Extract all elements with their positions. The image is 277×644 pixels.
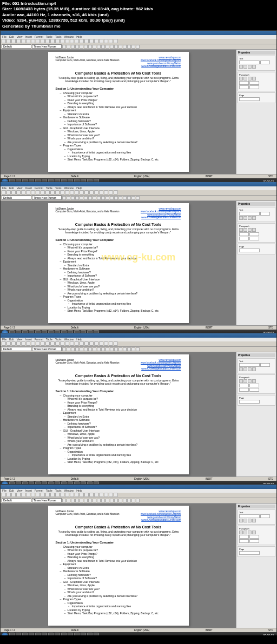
font-combo[interactable] xyxy=(239,363,260,367)
format-button[interactable] xyxy=(97,45,101,49)
toolbar-button[interactable] xyxy=(41,493,45,497)
toolbar-button[interactable] xyxy=(65,190,69,194)
size-combo[interactable] xyxy=(260,363,270,367)
spacing-ctrl[interactable] xyxy=(249,388,259,392)
indent-ctrl[interactable] xyxy=(239,384,249,387)
toolbar-button[interactable] xyxy=(6,190,11,194)
toolbar-button[interactable] xyxy=(50,341,55,346)
menu-view[interactable]: View xyxy=(16,35,23,38)
menu-help[interactable]: Help xyxy=(76,489,82,492)
style-combo[interactable]: Default xyxy=(2,44,31,49)
justify-icon[interactable] xyxy=(252,531,256,534)
toolbar-button[interactable] xyxy=(31,493,35,497)
underline-icon[interactable] xyxy=(248,519,252,522)
format-button[interactable] xyxy=(114,499,118,502)
toolbar-button[interactable] xyxy=(26,493,30,497)
toolbar-button[interactable] xyxy=(89,493,94,497)
spacing-ctrl[interactable] xyxy=(249,81,259,85)
format-button[interactable] xyxy=(62,45,66,49)
toolbar-button[interactable] xyxy=(84,341,89,346)
menu-edit[interactable]: Edit xyxy=(9,35,15,38)
menu-tools[interactable]: Tools xyxy=(55,489,62,492)
format-button[interactable] xyxy=(114,196,118,200)
toolbar-button[interactable] xyxy=(75,341,79,346)
format-button[interactable] xyxy=(105,45,109,49)
toolbar-button[interactable] xyxy=(80,39,84,43)
toolbar-button[interactable] xyxy=(45,190,50,194)
format-button[interactable] xyxy=(80,45,83,49)
menu-file[interactable]: File xyxy=(2,489,7,492)
format-button[interactable] xyxy=(118,196,122,200)
toolbar-button[interactable] xyxy=(45,493,50,497)
menu-table[interactable]: Table xyxy=(45,338,53,341)
document-area[interactable]: NaShawn Jordan Computer Guru, Multi-Arti… xyxy=(1,504,236,628)
format-button[interactable] xyxy=(67,196,70,200)
toolbar-button[interactable] xyxy=(104,493,108,497)
taskbar-item[interactable] xyxy=(74,633,80,635)
toolbar-button[interactable] xyxy=(45,39,50,43)
toolbar-button[interactable] xyxy=(94,39,98,43)
toolbar-button[interactable] xyxy=(104,39,108,43)
size-combo[interactable] xyxy=(260,514,270,518)
toolbar-button[interactable] xyxy=(89,190,94,194)
toolbar-button[interactable] xyxy=(114,341,118,346)
toolbar-button[interactable] xyxy=(41,190,45,194)
toolbar-button[interactable] xyxy=(75,493,79,497)
bold-icon[interactable] xyxy=(239,216,243,220)
menu-insert[interactable]: Insert xyxy=(24,338,32,341)
menu-file[interactable]: File xyxy=(2,186,7,190)
underline-icon[interactable] xyxy=(248,216,252,220)
format-button[interactable] xyxy=(80,196,83,200)
toolbar-button[interactable] xyxy=(45,341,50,346)
align-left-icon[interactable] xyxy=(239,228,243,232)
format-button[interactable] xyxy=(88,196,92,200)
format-button[interactable] xyxy=(80,499,83,502)
format-button[interactable] xyxy=(114,347,118,351)
toolbar-button[interactable] xyxy=(84,493,89,497)
underline-icon[interactable] xyxy=(248,65,252,69)
menu-format[interactable]: Format xyxy=(34,489,44,492)
underline-icon[interactable] xyxy=(248,367,252,371)
toolbar-button[interactable] xyxy=(55,39,60,43)
format-button[interactable] xyxy=(127,196,131,200)
toolbar-button[interactable] xyxy=(80,341,84,346)
font-combo[interactable]: Times New Roman xyxy=(32,498,62,502)
toolbar-button[interactable] xyxy=(104,190,108,194)
indent-ctrl[interactable] xyxy=(239,85,249,89)
toolbar-button[interactable] xyxy=(70,341,74,346)
size-combo[interactable] xyxy=(260,212,270,216)
format-button[interactable] xyxy=(105,196,109,200)
link[interactable]: www.facebook.com/NajonesGraphics xyxy=(141,513,181,515)
toolbar-button[interactable] xyxy=(26,341,30,346)
link[interactable]: www.facebook.com/NajonesGraphics xyxy=(141,210,181,213)
menu-window[interactable]: Window xyxy=(63,35,74,38)
format-button[interactable] xyxy=(75,45,79,49)
menu-insert[interactable]: Insert xyxy=(24,186,32,190)
toolbar-button[interactable] xyxy=(99,190,103,194)
toolbar-button[interactable] xyxy=(70,39,74,43)
format-button[interactable] xyxy=(71,499,75,502)
align-right-icon[interactable] xyxy=(248,531,252,534)
format-button[interactable] xyxy=(101,45,105,49)
menu-help[interactable]: Help xyxy=(76,35,82,38)
font-combo[interactable]: Times New Roman xyxy=(32,44,62,49)
taskbar-item[interactable] xyxy=(94,633,99,635)
toolbar-button[interactable] xyxy=(89,39,94,43)
toolbar-button[interactable] xyxy=(36,341,40,346)
format-button[interactable] xyxy=(123,347,127,351)
format-button[interactable] xyxy=(93,196,96,200)
format-button[interactable] xyxy=(84,499,88,502)
toolbar-button[interactable] xyxy=(6,341,11,346)
format-button[interactable] xyxy=(84,45,88,49)
taskbar-item[interactable] xyxy=(16,633,21,635)
align-center-icon[interactable] xyxy=(243,228,247,232)
format-button[interactable] xyxy=(105,347,109,351)
format-button[interactable] xyxy=(93,347,96,351)
toolbar-button[interactable] xyxy=(104,341,108,346)
strike-icon[interactable] xyxy=(252,216,256,220)
toolbar-button[interactable] xyxy=(80,493,84,497)
format-button[interactable] xyxy=(127,347,131,351)
toolbar-button[interactable] xyxy=(55,190,60,194)
format-button[interactable] xyxy=(75,499,79,502)
toolbar-button[interactable] xyxy=(2,493,6,497)
